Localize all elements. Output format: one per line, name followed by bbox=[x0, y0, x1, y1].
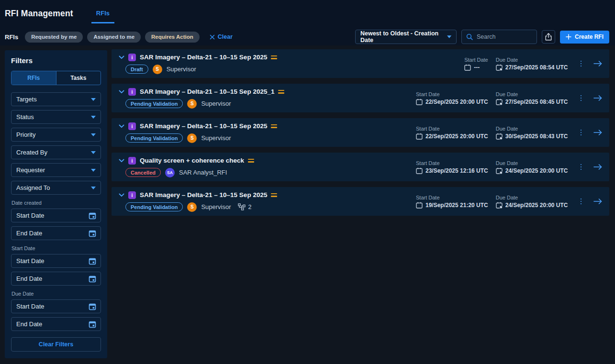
avatar: S bbox=[187, 202, 197, 212]
dropdown-priority[interactable]: Priority bbox=[11, 128, 101, 142]
search-input[interactable] bbox=[477, 33, 529, 40]
avatar: S bbox=[187, 133, 197, 143]
calendar-icon bbox=[89, 275, 96, 283]
date-created-start-input[interactable]: Start Date bbox=[11, 209, 101, 222]
open-rfi-arrow-icon[interactable] bbox=[593, 164, 603, 170]
due-date-column: Due Date 27/Sep/2025 08:45 UTC bbox=[496, 91, 568, 105]
page-title: RFI Management bbox=[5, 9, 73, 19]
sort-dropdown[interactable]: Newest to Oldest - Creation Date bbox=[355, 30, 457, 44]
menu-bars-icon[interactable] bbox=[271, 55, 277, 59]
open-rfi-arrow-icon[interactable] bbox=[593, 129, 603, 136]
start-date-value: 19/Sep/2025 21:20 UTC bbox=[425, 202, 488, 209]
calendar-icon bbox=[416, 167, 423, 174]
assignee-name: Supervisor bbox=[201, 134, 231, 142]
plus-icon bbox=[566, 34, 571, 40]
avatar: SA bbox=[165, 168, 175, 177]
info-icon: i bbox=[128, 88, 136, 96]
toggle-tasks[interactable]: Tasks bbox=[56, 71, 101, 85]
rfi-title: SAR Imagery – Delta-21 – 10–15 Sep 2025 bbox=[140, 191, 267, 199]
kebab-menu-icon[interactable] bbox=[579, 94, 584, 103]
due-date-value: 27/Sep/2025 08:45 UTC bbox=[505, 99, 568, 105]
due-date-start-input[interactable]: Start Date bbox=[11, 299, 101, 313]
status-badge: Draft bbox=[125, 65, 148, 74]
menu-bars-icon[interactable] bbox=[271, 193, 277, 197]
dropdown-status[interactable]: Status bbox=[11, 110, 101, 124]
assignee-name: Supervisor bbox=[201, 100, 231, 107]
chevron-down-icon bbox=[91, 116, 96, 119]
section-date-created: Date created bbox=[11, 200, 101, 206]
status-badge: Pending Validation bbox=[125, 202, 183, 211]
toggle-rfis[interactable]: RFIs bbox=[11, 71, 56, 85]
rfi-title: SAR Imagery – Delta-21 – 10–15 Sep 2025_… bbox=[140, 88, 274, 95]
calendar-icon bbox=[89, 257, 96, 265]
rfi-row[interactable]: i SAR Imagery – Delta-21 – 10–15 Sep 202… bbox=[112, 49, 609, 78]
assignee-name: SAR Analyst_RFI bbox=[179, 169, 227, 176]
status-badge: Pending Validation bbox=[125, 99, 183, 108]
kebab-menu-icon[interactable] bbox=[579, 128, 584, 137]
clear-chips-button[interactable]: Clear bbox=[210, 33, 233, 40]
chevron-down-icon[interactable] bbox=[119, 193, 124, 197]
create-rfi-button[interactable]: Create RFI bbox=[560, 31, 609, 44]
create-rfi-label: Create RFI bbox=[575, 33, 604, 40]
rfi-row[interactable]: i Quality screen + coherence check Cance… bbox=[112, 153, 609, 181]
dropdown-assigned-to[interactable]: Assigned To bbox=[11, 181, 101, 195]
dropdown-targets[interactable]: Targets bbox=[11, 92, 101, 106]
dropdown-label: Targets bbox=[16, 96, 37, 103]
dropdown-requester[interactable]: Requester bbox=[11, 163, 101, 177]
menu-bars-icon[interactable] bbox=[271, 124, 277, 128]
chip-requested-by-me[interactable]: Requested by me bbox=[25, 32, 83, 43]
calendar-due-icon bbox=[496, 64, 503, 71]
chevron-down-icon bbox=[447, 35, 451, 38]
kebab-menu-icon[interactable] bbox=[579, 59, 584, 68]
chevron-down-icon[interactable] bbox=[119, 90, 124, 94]
start-date-label: Start Date bbox=[416, 91, 488, 97]
due-date-label: Due Date bbox=[496, 57, 568, 63]
chevron-down-icon[interactable] bbox=[119, 55, 124, 59]
menu-bars-icon[interactable] bbox=[248, 159, 254, 163]
open-rfi-arrow-icon[interactable] bbox=[593, 198, 603, 205]
calendar-icon bbox=[89, 230, 96, 237]
start-date-start-input[interactable]: Start Date bbox=[11, 254, 101, 268]
open-rfi-arrow-icon[interactable] bbox=[593, 60, 603, 67]
date-placeholder: Start Date bbox=[16, 212, 45, 219]
start-date-column: Start Date 22/Sep/2025 20:00 UTC bbox=[416, 91, 488, 105]
start-date-label: Start Date bbox=[416, 160, 488, 166]
calendar-due-icon bbox=[496, 99, 503, 105]
chip-assigned-to-me[interactable]: Assigned to me bbox=[87, 32, 141, 43]
kebab-menu-icon[interactable] bbox=[579, 163, 584, 172]
date-created-end-input[interactable]: End Date bbox=[11, 226, 101, 240]
start-date-end-input[interactable]: End Date bbox=[11, 272, 101, 286]
rfi-row[interactable]: i SAR Imagery – Delta-21 – 10–15 Sep 202… bbox=[112, 118, 609, 147]
due-date-column: Due Date 30/Sep/2025 08:43 UTC bbox=[496, 126, 568, 140]
search-field bbox=[461, 30, 537, 44]
due-date-end-input[interactable]: End Date bbox=[11, 317, 101, 331]
due-date-column: Due Date 24/Sep/2025 20:00 UTC bbox=[496, 160, 568, 174]
start-date-label: Start Date bbox=[464, 57, 488, 63]
chevron-down-icon[interactable] bbox=[119, 124, 124, 128]
tab-rfis[interactable]: RFIs bbox=[91, 10, 114, 23]
avatar: S bbox=[187, 99, 197, 109]
open-rfi-arrow-icon[interactable] bbox=[593, 95, 603, 101]
rfi-row[interactable]: i SAR Imagery – Delta-21 – 10–15 Sep 202… bbox=[112, 84, 609, 112]
rfi-row[interactable]: i SAR Imagery – Delta-21 – 10–15 Sep 202… bbox=[112, 187, 609, 216]
chip-requires-action[interactable]: Requires Action bbox=[145, 32, 200, 43]
chevron-down-icon[interactable] bbox=[119, 159, 124, 163]
kebab-menu-icon[interactable] bbox=[579, 197, 584, 206]
due-date-label: Due Date bbox=[496, 160, 568, 166]
dropdown-label: Status bbox=[16, 113, 34, 121]
export-button[interactable] bbox=[542, 30, 555, 44]
start-date-value: 22/Sep/2025 20:00 UTC bbox=[425, 99, 488, 105]
due-date-value: 24/Sep/2025 20:00 UTC bbox=[505, 202, 568, 209]
rfi-title: SAR Imagery – Delta-21 – 10–15 Sep 2025 bbox=[140, 122, 267, 130]
due-date-label: Due Date bbox=[496, 195, 568, 200]
dropdown-created-by[interactable]: Created By bbox=[11, 145, 101, 159]
rfi-task-toggle: RFIs Tasks bbox=[11, 71, 101, 85]
subtask-count: 2 bbox=[238, 203, 252, 210]
rfi-title: Quality screen + coherence check bbox=[140, 157, 244, 164]
dropdown-label: Created By bbox=[16, 149, 47, 156]
dropdown-label: Assigned To bbox=[16, 184, 50, 191]
section-due-date: Due Date bbox=[11, 291, 101, 297]
clear-filters-button[interactable]: Clear Filters bbox=[11, 337, 101, 352]
calendar-icon bbox=[89, 303, 96, 310]
menu-bars-icon[interactable] bbox=[278, 90, 284, 94]
